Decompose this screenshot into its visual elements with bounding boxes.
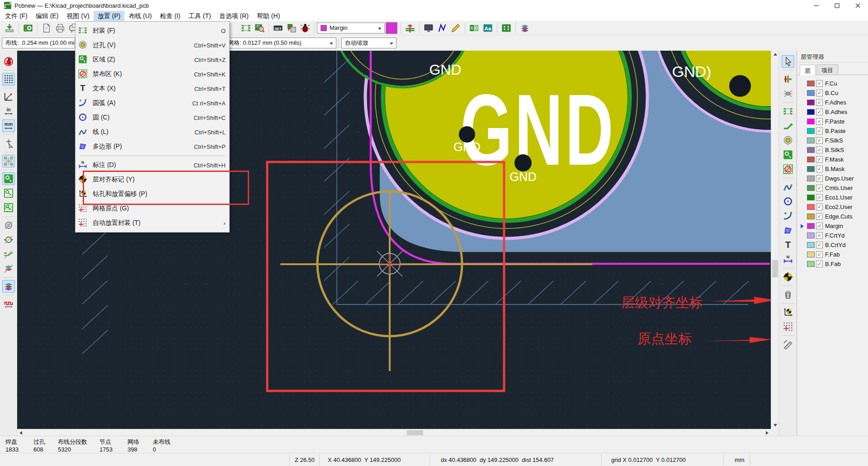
menu-1[interactable]: 文件 (F) bbox=[1, 11, 32, 21]
layer-visibility-checkbox[interactable]: ✓ bbox=[816, 118, 823, 125]
place-menu-item-3[interactable]: 区域 (Z)Ctrl+Shift+Z bbox=[75, 52, 229, 67]
layer-row-b-fab[interactable]: ✓B.Fab bbox=[797, 259, 868, 269]
layer-tab-1[interactable]: 层 bbox=[800, 65, 816, 75]
polar-icon[interactable] bbox=[2, 90, 15, 103]
layer-row-f-crtyd[interactable]: ✓F.CrtYd bbox=[797, 231, 868, 240]
select-icon[interactable] bbox=[782, 55, 794, 68]
pencil-icon[interactable] bbox=[449, 22, 462, 34]
layer-visibility-checkbox[interactable]: ✓ bbox=[816, 213, 823, 220]
align-target-icon[interactable] bbox=[782, 271, 794, 283]
layer-visibility-checkbox[interactable]: ✓ bbox=[816, 99, 823, 106]
track-cross-icon[interactable] bbox=[404, 22, 416, 34]
text-icon[interactable]: T bbox=[782, 238, 794, 251]
place-menu-item-1[interactable]: 封装 (F)O bbox=[75, 24, 229, 38]
menu-9[interactable]: 帮助 (H) bbox=[253, 11, 284, 21]
menu-5[interactable]: 布线 (U) bbox=[124, 11, 156, 21]
layer-visibility-checkbox[interactable]: ✓ bbox=[816, 80, 823, 87]
grid-dots-icon[interactable] bbox=[2, 73, 15, 86]
layer-row-eco1-user[interactable]: ✓Eco1.User bbox=[797, 193, 868, 202]
layer-row-f-mask[interactable]: ✓F.Mask bbox=[797, 155, 868, 164]
layer-row-f-cu[interactable]: ✓F.Cu bbox=[797, 79, 868, 88]
place-menu-item-8[interactable]: 线 (L)Ctrl+Shift+L bbox=[75, 125, 229, 139]
no-drc-icon[interactable] bbox=[2, 55, 15, 68]
layer-row-dwgs-user[interactable]: ✓Dwgs.User bbox=[797, 174, 868, 183]
active-layer-combo[interactable]: Margin bbox=[317, 23, 385, 33]
net-inspector-icon[interactable]: NET bbox=[272, 22, 284, 34]
layer-color-button[interactable] bbox=[386, 22, 397, 34]
page-icon[interactable] bbox=[40, 22, 53, 34]
zone-icon[interactable] bbox=[2, 172, 15, 185]
scroll-up-icon[interactable] bbox=[774, 53, 777, 56]
track-width-combo[interactable]: 布线: 0.254 mm (10.00 mil bbox=[2, 38, 75, 48]
line-icon[interactable] bbox=[782, 181, 794, 193]
keepout-icon[interactable] bbox=[782, 163, 794, 176]
local-ratsnest-icon[interactable] bbox=[782, 87, 794, 100]
layer-visibility-checkbox[interactable]: ✓ bbox=[816, 109, 823, 115]
layer-row-edge-cuts[interactable]: ✓Edge.Cuts bbox=[797, 212, 868, 221]
layer-visibility-checkbox[interactable]: ✓ bbox=[816, 232, 823, 239]
units-in-icon[interactable]: in bbox=[2, 105, 15, 118]
layer-visibility-checkbox[interactable]: ✓ bbox=[816, 137, 823, 144]
place-menu-item-14[interactable]: 自动放置封装 (T)› bbox=[75, 216, 229, 230]
microwave-icon[interactable] bbox=[2, 298, 15, 310]
place-menu-item-6[interactable]: 圆弧 (A)Ct rl+Shift+A bbox=[75, 96, 229, 110]
layer-visibility-checkbox[interactable]: ✓ bbox=[816, 223, 823, 229]
menu-8[interactable]: 首选项 (R) bbox=[215, 11, 253, 21]
scroll-left-icon[interactable] bbox=[19, 431, 22, 435]
measure-icon[interactable] bbox=[782, 338, 794, 351]
monitor-icon[interactable] bbox=[422, 22, 435, 34]
footprint-icon[interactable] bbox=[240, 22, 252, 34]
layer-row-b-adhes[interactable]: ✓B.Adhes bbox=[797, 107, 868, 117]
zone-outline-icon[interactable] bbox=[2, 187, 15, 200]
menu-2[interactable]: 编辑 (E) bbox=[32, 11, 63, 21]
close-button[interactable] bbox=[847, 0, 868, 11]
cursor-style-icon[interactable] bbox=[2, 137, 15, 150]
layer-row-f-fab[interactable]: ✓F.Fab bbox=[797, 250, 868, 259]
layer-visibility-checkbox[interactable]: ✓ bbox=[816, 185, 823, 191]
layer-row-eco2-user[interactable]: ✓Eco2.User bbox=[797, 202, 868, 212]
dimension-icon[interactable]: N bbox=[782, 253, 794, 266]
grid88-icon[interactable] bbox=[500, 22, 513, 34]
place-menu-item-7[interactable]: 圆 (C)Ctrl+Shift+C bbox=[75, 110, 229, 125]
layer-row-cmts-user[interactable]: ✓Cmts.User bbox=[797, 183, 868, 193]
layer-tab-2[interactable]: 项目 bbox=[816, 64, 838, 75]
layer-visibility-checkbox[interactable]: ✓ bbox=[816, 156, 823, 163]
via-icon[interactable] bbox=[782, 134, 794, 147]
layer-row-b-silks[interactable]: ✓B.SilkS bbox=[797, 145, 868, 155]
layer-row-margin[interactable]: ✓Margin bbox=[797, 221, 868, 231]
route-icon[interactable] bbox=[782, 119, 794, 132]
highlight-n-icon[interactable] bbox=[436, 22, 448, 34]
layer-row-f-adhes[interactable]: ✓F.Adhes bbox=[797, 98, 868, 107]
pad-sketch-icon[interactable] bbox=[2, 219, 15, 232]
track-sketch-icon[interactable] bbox=[2, 248, 15, 261]
zoom-board-icon[interactable] bbox=[253, 22, 266, 34]
menu-6[interactable]: 检查 (I) bbox=[156, 11, 184, 21]
layer-row-f-paste[interactable]: ✓F.Paste bbox=[797, 117, 868, 126]
minimize-button[interactable] bbox=[806, 0, 826, 11]
zoom-combo[interactable]: 自动缩放 bbox=[341, 38, 396, 48]
horizontal-scrollbar[interactable] bbox=[17, 429, 771, 436]
layer-pairs-icon[interactable] bbox=[519, 22, 531, 34]
units-mm-icon[interactable]: mm bbox=[2, 119, 15, 132]
save-icon[interactable] bbox=[3, 22, 16, 34]
via-sketch-icon[interactable] bbox=[2, 233, 15, 246]
layer-row-b-paste[interactable]: ✓B.Paste bbox=[797, 126, 868, 136]
wizard-icon[interactable]: BD bbox=[468, 22, 481, 34]
text-style-icon[interactable]: Aa bbox=[481, 22, 494, 34]
drc-icon[interactable] bbox=[299, 22, 311, 34]
layer-pairs-icon[interactable] bbox=[2, 280, 15, 293]
layer-visibility-checkbox[interactable]: ✓ bbox=[816, 175, 823, 182]
update-pcb-icon[interactable] bbox=[285, 22, 298, 34]
place-menu-item-5[interactable]: T文本 (X)Ctrl+Shift+T bbox=[75, 81, 229, 96]
place-menu-item-4[interactable]: 禁布区 (K)Ctrl+Shift+K bbox=[75, 67, 229, 81]
circle-icon[interactable] bbox=[782, 195, 794, 208]
layer-visibility-checkbox[interactable]: ✓ bbox=[816, 90, 823, 96]
polygon-icon[interactable] bbox=[782, 224, 794, 237]
footprint-icon[interactable] bbox=[782, 105, 794, 118]
layer-visibility-checkbox[interactable]: ✓ bbox=[816, 242, 823, 248]
layer-visibility-checkbox[interactable]: ✓ bbox=[816, 128, 823, 134]
highlight-net-icon[interactable] bbox=[782, 73, 794, 86]
layer-row-b-mask[interactable]: ✓B.Mask bbox=[797, 164, 868, 174]
menu-7[interactable]: 工具 (T) bbox=[184, 11, 215, 21]
zone-hatch-icon[interactable] bbox=[2, 201, 15, 214]
